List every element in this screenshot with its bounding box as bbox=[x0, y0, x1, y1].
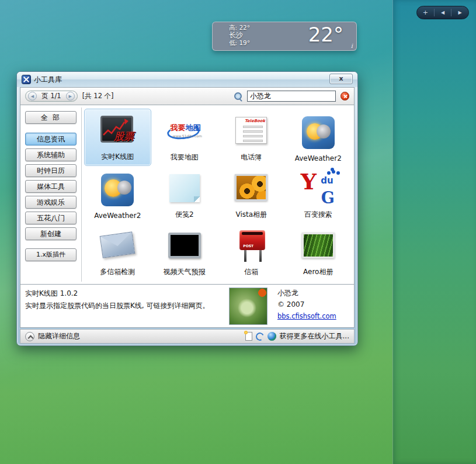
search-icon bbox=[234, 92, 242, 101]
clear-search-button[interactable] bbox=[341, 92, 349, 101]
category-games[interactable]: 游戏娱乐 bbox=[25, 196, 77, 209]
gadget-label: 便笺2 bbox=[175, 210, 194, 220]
next-gadgets-button[interactable]: ▶ bbox=[451, 10, 468, 15]
category-1x-plugins[interactable]: 1.x版插件 bbox=[25, 248, 77, 261]
info-icon[interactable]: i bbox=[351, 43, 353, 49]
map-logo-icon: 我要地图 www.51ditu.com bbox=[166, 112, 203, 150]
window-footer: 隐藏详细信息 获得更多在线小工具... bbox=[20, 329, 355, 344]
next-page-button[interactable]: ▶ bbox=[66, 92, 75, 101]
new-gadget-icon[interactable] bbox=[245, 332, 252, 341]
gadget-tile-aveweather-blue[interactable]: AveWeather2 bbox=[285, 109, 352, 166]
gadget-sidebar: + ◀ ▶ bbox=[392, 0, 476, 464]
gadget-tile-mailbox[interactable]: POST 信箱 bbox=[218, 223, 285, 281]
gadget-label: AveWeather2 bbox=[94, 212, 141, 220]
get-more-gadgets-link[interactable]: 获得更多在线小工具... bbox=[280, 331, 349, 341]
gadget-tile-aero-album[interactable]: Aero相册 bbox=[285, 223, 352, 281]
collapse-details-button[interactable] bbox=[25, 332, 34, 341]
copyright: © 2007 bbox=[277, 299, 336, 310]
author-name: 小恐龙 bbox=[277, 287, 336, 299]
close-button[interactable]: x bbox=[329, 74, 353, 84]
add-gadget-button[interactable]: + bbox=[417, 9, 434, 16]
hide-details-label[interactable]: 隐藏详细信息 bbox=[38, 331, 80, 341]
mailbox-icon: POST bbox=[232, 227, 270, 264]
search-input[interactable] bbox=[247, 91, 336, 102]
page-indicator: 页 1/1 bbox=[39, 92, 64, 101]
category-info[interactable]: 信息资讯 bbox=[25, 133, 77, 146]
gadget-details-panel: 实时K线图 1.0.2 实时显示指定股票代码的当日股票K线, 可链接到详细网页。… bbox=[20, 285, 355, 328]
gadget-label: Aero相册 bbox=[303, 267, 333, 277]
category-media[interactable]: 媒体工具 bbox=[25, 180, 77, 193]
gadget-label: AveWeather2 bbox=[295, 154, 342, 162]
weather-gadget[interactable]: 高: 22° 长沙 低: 19° 22° i bbox=[212, 22, 357, 51]
gadget-tile-telebook[interactable]: TeleBook 电话簿 bbox=[218, 109, 285, 166]
gadget-label: 百变搜索 bbox=[304, 210, 332, 220]
gadget-label: 实时K线图 bbox=[101, 152, 134, 162]
category-new[interactable]: 新创建 bbox=[25, 227, 77, 240]
author-link[interactable]: bbs.cfishsoft.com bbox=[277, 312, 336, 320]
prev-page-button[interactable]: ◀ bbox=[28, 92, 37, 101]
refresh-icon[interactable] bbox=[255, 331, 265, 342]
item-count-label: [共 12 个] bbox=[82, 92, 114, 101]
weather-temperature: 22° bbox=[308, 23, 343, 46]
weather-city: 长沙 bbox=[229, 32, 250, 39]
author-avatar bbox=[229, 288, 267, 325]
telebook-icon: TeleBook bbox=[232, 112, 270, 150]
category-misc[interactable]: 五花八门 bbox=[25, 212, 77, 224]
gadget-label: Vista相册 bbox=[235, 210, 267, 220]
desktop: 高: 22° 长沙 低: 19° 22° i 小工具库 x ◀ 页 1/1 ▶ … bbox=[0, 0, 476, 464]
weather-icon bbox=[99, 171, 136, 209]
gadget-tile-stock-kline[interactable]: 股票 实时K线图 bbox=[84, 109, 151, 166]
gadget-tile-map[interactable]: 我要地图 www.51ditu.com 我要地图 bbox=[151, 109, 218, 166]
gadget-tile-mail-check[interactable]: 多信箱检测 bbox=[84, 223, 151, 281]
gadget-app-icon bbox=[22, 75, 31, 84]
globe-icon[interactable] bbox=[267, 332, 276, 341]
weather-low: 低: 19° bbox=[229, 39, 250, 47]
category-system[interactable]: 系统辅助 bbox=[25, 148, 77, 161]
window-title: 小工具库 bbox=[34, 75, 62, 85]
category-clock[interactable]: 时钟日历 bbox=[25, 164, 77, 177]
flower-photo-icon bbox=[232, 169, 270, 207]
gadget-label: 信箱 bbox=[244, 267, 258, 277]
search-logo-icon: Y du G bbox=[300, 169, 337, 207]
sidebar-controls: + ◀ ▶ bbox=[416, 6, 469, 19]
toolbar: ◀ 页 1/1 ▶ [共 12 个] bbox=[20, 87, 355, 105]
gadget-tile-search[interactable]: Y du G 百变搜索 bbox=[285, 166, 352, 223]
gadget-tile-vista-album[interactable]: Vista相册 bbox=[218, 166, 285, 223]
video-screen-icon bbox=[166, 227, 203, 264]
gadget-tile-video-weather[interactable]: 视频天气预报 bbox=[151, 223, 218, 281]
gadget-label: 我要地图 bbox=[171, 153, 199, 162]
weather-icon bbox=[300, 114, 337, 151]
grass-photo-icon bbox=[300, 227, 337, 264]
detail-description: 实时显示指定股票代码的当日股票K线, 可链接到详细网页。 bbox=[25, 301, 218, 311]
gadget-tile-aveweather[interactable]: AveWeather2 bbox=[84, 166, 151, 223]
gadget-label: 电话簿 bbox=[241, 153, 262, 162]
gadget-tile-note[interactable]: 便笺2 bbox=[151, 166, 218, 223]
gallery-content: 全 部 信息资讯 系统辅助 时钟日历 媒体工具 游戏娱乐 五花八门 新创建 1.… bbox=[20, 105, 355, 285]
sticky-note-icon bbox=[166, 169, 203, 207]
category-all[interactable]: 全 部 bbox=[25, 111, 77, 124]
category-sidebar: 全 部 信息资讯 系统辅助 时钟日历 媒体工具 游戏娱乐 五花八门 新创建 1.… bbox=[20, 105, 81, 284]
titlebar[interactable]: 小工具库 x bbox=[17, 72, 357, 87]
stock-chart-icon: 股票 bbox=[99, 112, 136, 149]
gadget-grid: 股票 实时K线图 我要地图 www.51ditu.com 我要地图 bbox=[82, 105, 354, 284]
gadget-label: 视频天气预报 bbox=[164, 267, 206, 277]
envelope-icon bbox=[99, 227, 136, 264]
gadget-gallery-window: 小工具库 x ◀ 页 1/1 ▶ [共 12 个] 全 部 信息资讯 系统辅助 … bbox=[16, 71, 358, 346]
prev-gadgets-button[interactable]: ◀ bbox=[435, 10, 451, 15]
page-navigation: ◀ 页 1/1 ▶ bbox=[25, 91, 78, 102]
gadget-label: 多信箱检测 bbox=[100, 267, 135, 277]
